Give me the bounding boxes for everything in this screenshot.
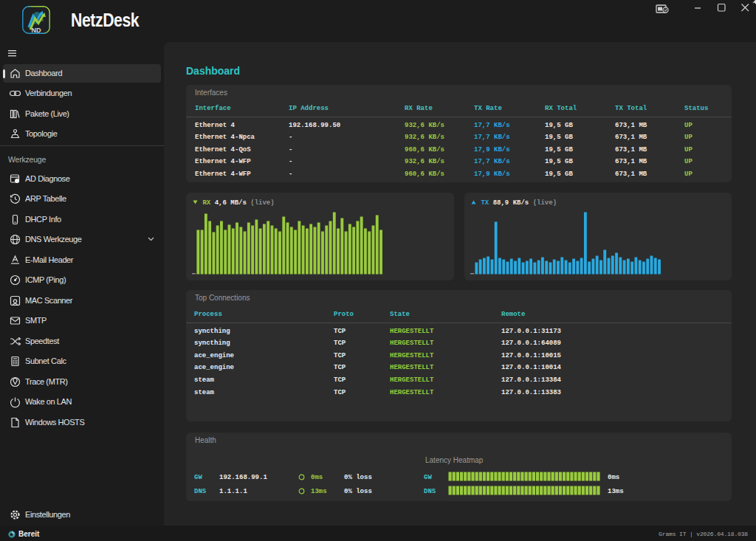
svg-text:ND: ND [32,27,41,34]
